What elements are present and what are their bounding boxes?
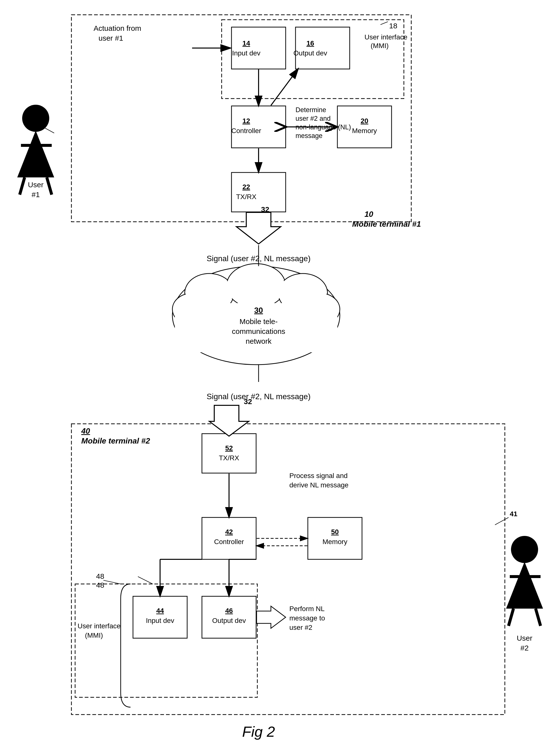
perform-text-2: message to (289, 614, 325, 622)
user2-head (511, 536, 538, 563)
user2-label-1: User (517, 634, 532, 642)
terminal2-ref-text: 40 (81, 426, 90, 436)
fig-label: Fig 2 (242, 723, 275, 740)
actuation-label-1: Actuation from (94, 24, 141, 32)
svg-point-14 (173, 294, 211, 324)
network-ref: 30 (254, 306, 263, 315)
memory1-ref: 20 (361, 117, 368, 125)
txrx-down-arrow (236, 212, 281, 244)
user1-head (22, 105, 49, 132)
txrx1-ref: 22 (242, 183, 250, 191)
perform-text-1: Perform NL (289, 605, 324, 613)
mmi2-48-text: 48 (96, 572, 104, 580)
terminal1-ref-text: 10 (364, 210, 373, 218)
memory1-label: Memory (352, 127, 377, 135)
network-label-2: communications (232, 327, 285, 335)
terminal1-label-text: Mobile terminal #1 (352, 219, 421, 228)
controller1-ref: 12 (242, 117, 250, 125)
user2-ref-line (495, 518, 508, 525)
determine-text-4: message (296, 132, 323, 139)
controller2-ref: 42 (225, 528, 233, 536)
terminal2-label-text: Mobile terminal #2 (81, 437, 150, 445)
process-text-1: Process signal and (289, 472, 348, 480)
mmi2-ref-line (138, 577, 153, 584)
txrx1-label: TX/RX (236, 193, 257, 200)
controller1-label: Controller (231, 127, 261, 135)
input-dev-1-ref: 14 (242, 39, 250, 47)
output-dev-2-label: Output dev (212, 617, 246, 624)
output-dev-2-ref: 46 (225, 607, 233, 615)
perform-text-3: user #2 (289, 624, 312, 631)
txrx-1-box (232, 173, 286, 212)
input-dev-1-label: Input dev (232, 49, 260, 57)
mmi1-label-text2: (MMI) (371, 42, 388, 50)
determine-text-2: user #2 and (296, 115, 331, 122)
user1-body (17, 131, 54, 177)
input-dev-2-ref: 44 (156, 607, 164, 615)
mmi1-18-line (380, 22, 388, 25)
diagram-container: 32 32 (0, 0, 560, 753)
signal-top-label: Signal (user #2, NL message) (207, 254, 311, 263)
mmi1-ref-text: 18 (389, 22, 397, 30)
txrx2-label: TX/RX (219, 454, 239, 462)
svg-point-12 (227, 265, 285, 307)
mmi2-48-line (103, 580, 121, 584)
user1-label-1: User (28, 180, 43, 189)
mmi2-label-2: (MMI) (85, 632, 103, 639)
memory2-label: Memory (322, 538, 347, 545)
output-dev-1-label: Output dev (294, 49, 327, 57)
user1-leg-left (20, 177, 25, 195)
outputdev2-to-user2-arrow (257, 606, 286, 628)
mmi2-label-1: User interface (78, 622, 120, 630)
mmi2-ref-label: 48 (96, 581, 104, 589)
terminal-2-box (72, 424, 505, 715)
output-dev-1-ref: 16 (306, 39, 314, 47)
user2-ref: 41 (510, 510, 517, 518)
txrx-2-box (202, 434, 256, 473)
mmi1-label-text: User interface (364, 33, 407, 41)
signal-32-label-top: 32 (261, 205, 269, 213)
determine-text-3: non-language (NL) (296, 123, 351, 131)
txrx2-ref: 52 (225, 444, 233, 452)
process-text-2: derive NL message (289, 481, 348, 489)
user1-leg-right (47, 177, 52, 195)
controller2-label: Controller (214, 538, 244, 545)
mmi2-bracket (121, 584, 131, 707)
controller-to-output-arrow (271, 69, 298, 105)
output-dev-1-box (296, 27, 350, 69)
user2-leg-right (536, 609, 541, 626)
memory2-ref: 50 (331, 528, 339, 536)
network-label-3: network (245, 337, 272, 345)
actuation-label-2: user #1 (99, 34, 123, 42)
input-dev-1-box (232, 27, 286, 69)
network-label-1: Mobile tele- (239, 317, 278, 326)
user2-label-2: #2 (520, 644, 528, 652)
signal-to-txrx2-arrow (209, 405, 249, 436)
user2-body (506, 562, 543, 609)
determine-text-1: Determine (296, 106, 326, 114)
user2-leg-left (508, 609, 514, 626)
signal-bottom-label: Signal (user #2, NL message) (207, 392, 311, 401)
svg-point-15 (301, 294, 339, 324)
user1-label-2: #1 (32, 191, 40, 199)
input-dev-2-label: Input dev (146, 617, 174, 624)
